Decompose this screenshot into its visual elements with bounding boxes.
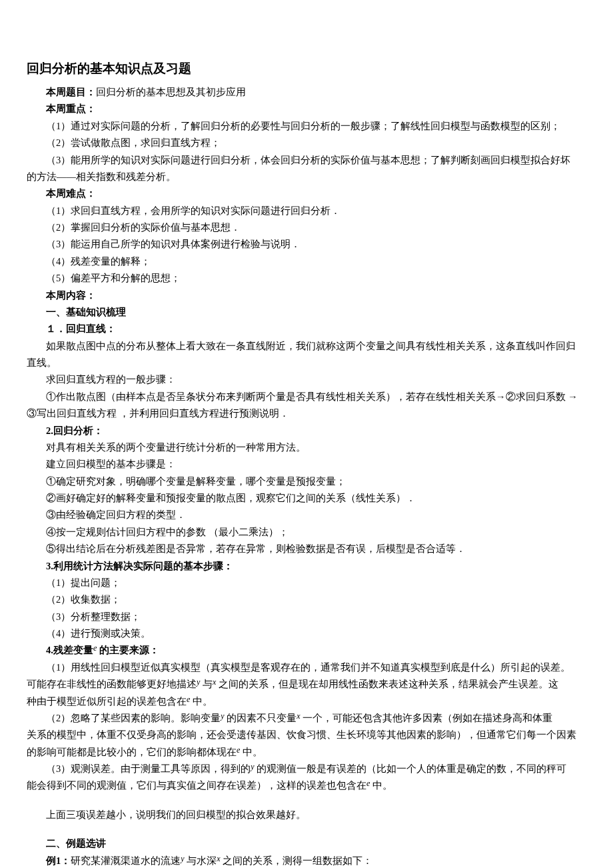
topic-text: 回归分析的基本思想及其初步应用 — [96, 87, 246, 97]
s1-4-p3d: 中。 — [370, 780, 392, 791]
s1-2-p3: ①确定研究对象，明确哪个变量是解释变量，哪个变量是预报变量； — [27, 473, 586, 490]
s1-4-p1e: 种由于模型近似所引起的误差包含在 — [27, 696, 187, 707]
keypoints-label: 本周重点： — [27, 101, 586, 117]
s1-2-title: 2.回归分析： — [27, 423, 586, 439]
s1-4-p2-line3: 的影响可能都是比较小的，它们的影响都体现在e 中。 — [27, 744, 586, 761]
s1-3-p4: （4）进行预测或决策。 — [27, 625, 586, 642]
s1-4-p2a: （2）忽略了某些因素的影响。影响变量 — [46, 713, 221, 723]
s1-4-p4: 上面三项误差越小，说明我们的回归模型的拟合效果越好。 — [27, 807, 586, 823]
kp3b: 的方法——相关指数和残差分析。 — [27, 169, 586, 185]
var-e: e — [93, 643, 97, 653]
topic-label: 本周题目： — [46, 87, 96, 97]
s2-title: 二、例题选讲 — [27, 835, 586, 852]
s1-3-p2: （2）收集数据； — [27, 591, 586, 608]
s1-2-p1: 对具有相关关系的两个变量进行统计分析的一种常用方法。 — [27, 439, 586, 456]
s1-4-p2f: 中。 — [240, 747, 263, 757]
page-title: 回归分析的基本知识点及习题 — [27, 60, 586, 77]
s1-2-p4: ②画好确定好的解释变量和预报变量的散点图，观察它们之间的关系（线性关系）． — [27, 490, 586, 507]
diff-label: 本周难点： — [27, 185, 586, 202]
kp1: （1）通过对实际问题的分析，了解回归分析的必要性与回归分析的一般步骤；了解线性回… — [27, 118, 586, 135]
kp3: （3）能用所学的知识对实际问题进行回归分析，体会回归分析的实际价值与基本思想；了… — [27, 152, 586, 169]
content-label: 本周内容： — [27, 287, 586, 304]
s1-4-title: 4.残差变量e 的主要来源： — [27, 642, 586, 659]
var-e-2: e — [187, 695, 190, 704]
s1-4-p2-line1: （2）忽略了某些因素的影响。影响变量y 的因素不只变量x 一个，可能还包含其他许… — [27, 710, 586, 727]
s2-ex1: 例1：研究某灌溉渠道水的流速y 与水深x 之间的关系，测得一组数据如下： — [27, 853, 586, 869]
s2-ex1-a: 例 — [46, 855, 56, 866]
s1-4-p1d: 之间的关系，但是现在却用线性函数来表述这种关系，结果就会产生误差。这 — [216, 679, 558, 689]
s1-4-p2b: 的因素不只变量 — [225, 713, 297, 723]
s1-4-p2c: 一个，可能还包含其他许多因素（例如在描述身高和体重 — [301, 713, 553, 723]
var-x: x — [213, 677, 216, 687]
s1-4-p3-line1: （3）观测误差。由于测量工具等原因，得到的y 的观测值一般是有误差的（比如一个人… — [27, 761, 586, 777]
s1-1-p3b: ③写出回归直线方程 ，并利用回归直线方程进行预测说明． — [27, 405, 586, 422]
s2-ex1-b: 1： — [56, 855, 71, 866]
d2: （2）掌握回归分析的实际价值与基本思想． — [27, 219, 586, 236]
s1-4-title-a: 4.残差变量 — [46, 645, 93, 655]
s1-2-p6: ④按一定规则估计回归方程中的参数 （最小二乘法）； — [27, 524, 586, 541]
s1-4-p1a: （1）用线性回归模型近似真实模型（真实模型是客观存在的，通常我们并不知道真实模型… — [27, 659, 586, 676]
s1-4-p3-line2: 能会得到不同的观测值，它们与真实值之间存在误差），这样的误差也包含在e 中。 — [27, 777, 586, 794]
d3: （3）能运用自己所学的知识对具体案例进行检验与说明． — [27, 236, 586, 253]
s1-2-p7: ⑤得出结论后在分析残差图是否异常，若存在异常，则检验数据是否有误，后模型是否合适… — [27, 541, 586, 557]
d4: （4）残差变量的解释； — [27, 253, 586, 270]
s2-ex1-e: 之间的关系，测得一组数据如下： — [221, 855, 373, 866]
s1-2-p5: ③由经验确定回归方程的类型． — [27, 507, 586, 523]
s1-4-p1f: 中。 — [190, 696, 213, 707]
s1-1-p1b: 直线。 — [27, 355, 586, 371]
s1-title: 一、基础知识梳理 — [27, 304, 586, 321]
s1-4-p1-line3: 种由于模型近似所引起的误差包含在e 中。 — [27, 693, 586, 710]
var-y: y — [197, 677, 200, 687]
s1-3-p3: （3）分析整理数据； — [27, 609, 586, 625]
topic-line: 本周题目：回归分析的基本思想及其初步应用 — [27, 84, 586, 101]
s1-4-p2d: 关系的模型中，体重不仅受身高的影响，还会受遗传基因、饮食习惯、生长环境等其他因素… — [27, 727, 586, 743]
s1-4-p3c: 能会得到不同的观测值，它们与真实值之间存在误差），这样的误差也包含在 — [27, 780, 366, 791]
var-y-3: y — [251, 762, 254, 771]
d1: （1）求回归直线方程，会用所学的知识对实际问题进行回归分析． — [27, 203, 586, 219]
s1-1-p1a: 如果散点图中点的分布从整体上看大致在一条直线附近，我们就称这两个变量之间具有线性… — [27, 338, 586, 355]
d5: （5）偏差平方和分解的思想； — [27, 270, 586, 287]
s2-ex1-d: 与水深 — [185, 855, 217, 866]
s1-1-p2: 求回归直线方程的一般步骤： — [27, 371, 586, 388]
s1-1-p3a: ①作出散点图（由样本点是否呈条状分布来判断两个量是否具有线性相关关系），若存在线… — [27, 389, 586, 405]
s1-3-p1: （1）提出问题； — [27, 575, 586, 591]
s1-4-title-b: 的主要来源： — [97, 645, 159, 655]
s1-4-p3a: （3）观测误差。由于测量工具等原因，得到的 — [46, 763, 251, 774]
s2-ex1-c: 研究某灌溉渠道水的流速 — [71, 855, 181, 866]
var-e-4: e — [366, 779, 370, 788]
kp2: （2）尝试做散点图，求回归直线方程； — [27, 135, 586, 151]
var-e-3: e — [237, 745, 240, 755]
s1-2-p2: 建立回归模型的基本步骤是： — [27, 456, 586, 473]
s1-1-title: １．回归直线： — [27, 321, 586, 337]
s1-3-title: 3.利用统计方法解决实际问题的基本步骤： — [27, 558, 586, 575]
s1-4-p1c: 与 — [200, 679, 213, 689]
s1-4-p2e: 的影响可能都是比较小的，它们的影响都体现在 — [27, 747, 237, 757]
var-y-4: y — [181, 854, 184, 863]
var-x-2: x — [297, 711, 300, 721]
s1-4-p1-line2: 可能存在非线性的函数能够更好地描述y 与x 之间的关系，但是现在却用线性函数来表… — [27, 676, 586, 693]
s1-4-p3b: 的观测值一般是有误差的（比如一个人的体重是确定的数，不同的秤可 — [255, 763, 567, 774]
s1-4-p1b: 可能存在非线性的函数能够更好地描述 — [27, 679, 197, 689]
var-x-3: x — [217, 854, 220, 863]
var-y-2: y — [221, 711, 224, 721]
